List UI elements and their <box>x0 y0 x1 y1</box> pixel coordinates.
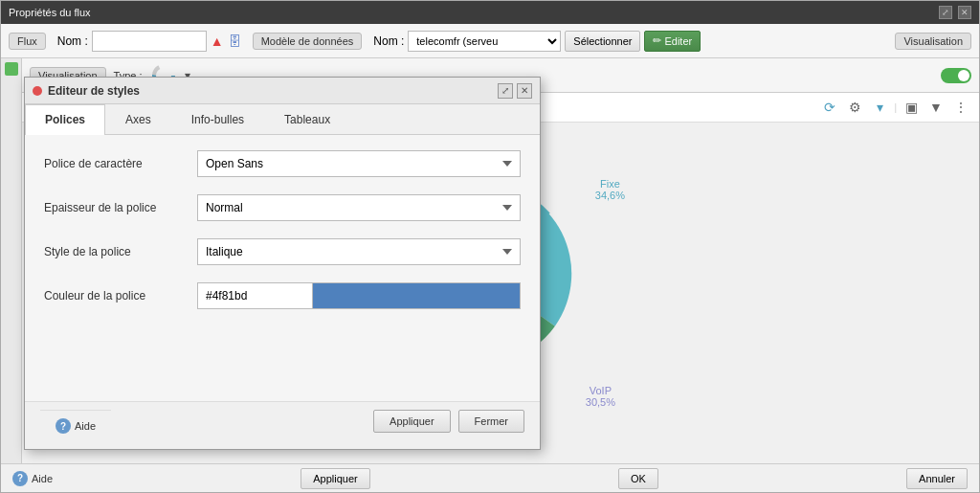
epaisseur-control: Normal <box>197 194 521 221</box>
modal-expand-button[interactable]: ⤢ <box>498 83 513 99</box>
modal-appliquer-button[interactable]: Appliquer <box>373 410 450 433</box>
epaisseur-select[interactable]: Normal <box>197 194 521 221</box>
modal-help-button[interactable]: ? Aide <box>56 418 96 434</box>
epaisseur-row: Epaisseur de la police Normal <box>44 194 521 221</box>
modal-close-button[interactable]: ✕ <box>517 83 532 99</box>
style-row: Style de la police Italique <box>44 238 521 265</box>
modal-title-bar: Editeur de styles ⤢ ✕ <box>25 78 540 104</box>
couleur-control <box>197 282 521 309</box>
modal-footer: ? Aide Appliquer Fermer <box>25 401 540 449</box>
police-label: Police de caractère <box>44 157 197 170</box>
modal-help: ? Aide <box>40 410 111 441</box>
couleur-label: Couleur de la police <box>44 289 197 303</box>
modal-help-icon: ? <box>56 418 71 434</box>
epaisseur-label: Epaisseur de la police <box>44 201 197 214</box>
tab-tableaux[interactable]: Tableaux <box>264 104 350 134</box>
modal-dot-icon <box>33 86 42 96</box>
modal-fermer-button[interactable]: Fermer <box>458 410 524 433</box>
tab-polices[interactable]: Polices <box>25 104 105 135</box>
police-control: Open Sans <box>197 150 521 177</box>
style-control: Italique <box>197 238 521 265</box>
color-row <box>197 282 521 309</box>
tab-info-bulles[interactable]: Info-bulles <box>171 104 264 134</box>
modal-title-group: Editeur de styles <box>33 84 140 98</box>
tab-axes[interactable]: Axes <box>105 104 171 134</box>
modal-title-text: Editeur de styles <box>48 84 140 98</box>
style-label: Style de la police <box>44 245 197 258</box>
editeur-styles-modal: Editeur de styles ⤢ ✕ Polices Axes Info-… <box>24 77 541 450</box>
modal-body: Police de caractère Open Sans Epaisseur … <box>25 135 540 401</box>
couleur-row: Couleur de la police <box>44 282 521 309</box>
style-select[interactable]: Italique <box>197 238 521 265</box>
modal-controls: ⤢ ✕ <box>498 83 532 99</box>
color-swatch[interactable] <box>312 282 521 309</box>
modal-tabs: Polices Axes Info-bulles Tableaux <box>25 104 540 135</box>
modal-overlay: Editeur de styles ⤢ ✕ Polices Axes Info-… <box>0 0 980 493</box>
police-row: Police de caractère Open Sans <box>44 150 521 177</box>
color-text-input[interactable] <box>197 282 312 309</box>
police-select[interactable]: Open Sans <box>197 150 521 177</box>
